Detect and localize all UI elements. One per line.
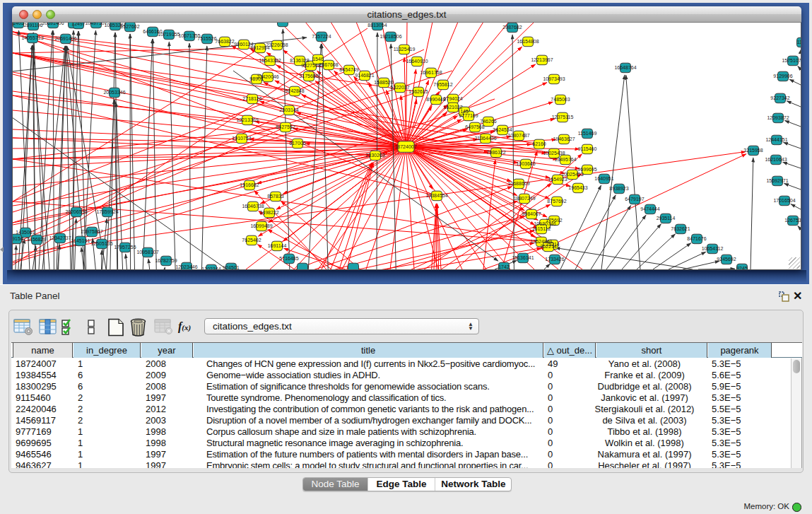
svg-text:1910754: 1910754 bbox=[232, 136, 251, 141]
svg-text:21364436: 21364436 bbox=[474, 136, 496, 141]
svg-text:5716485: 5716485 bbox=[279, 256, 298, 261]
svg-text:2867608: 2867608 bbox=[319, 62, 338, 67]
svg-text:23975867: 23975867 bbox=[81, 229, 102, 234]
svg-text:9146821: 9146821 bbox=[355, 73, 374, 78]
svg-text:62160: 62160 bbox=[532, 141, 546, 146]
svg-text:9699695: 9699695 bbox=[577, 167, 596, 172]
svg-text:9115460: 9115460 bbox=[578, 146, 597, 151]
svg-text:16154808: 16154808 bbox=[517, 39, 539, 44]
svg-text:2330203: 2330203 bbox=[365, 153, 384, 158]
svg-text:16640910: 16640910 bbox=[406, 59, 428, 64]
svg-text:19463627: 19463627 bbox=[553, 136, 575, 141]
svg-text:17359924: 17359924 bbox=[96, 209, 118, 214]
svg-text:9860124: 9860124 bbox=[234, 42, 253, 47]
svg-text:10120746: 10120746 bbox=[534, 221, 555, 226]
svg-text:12505135: 12505135 bbox=[90, 241, 112, 246]
svg-text:7663822: 7663822 bbox=[215, 39, 234, 44]
svg-text:12375115: 12375115 bbox=[552, 115, 574, 119]
svg-text:12497: 12497 bbox=[71, 23, 86, 26]
svg-text:18807249: 18807249 bbox=[513, 196, 535, 201]
svg-text:5322037: 5322037 bbox=[390, 85, 409, 90]
svg-text:12213369: 12213369 bbox=[236, 117, 258, 122]
svg-text:8136328: 8136328 bbox=[290, 58, 309, 63]
svg-text:1640951: 1640951 bbox=[594, 176, 613, 181]
svg-text:3215958: 3215958 bbox=[743, 148, 763, 153]
svg-text:15751074: 15751074 bbox=[782, 58, 801, 63]
svg-text:1156829: 1156829 bbox=[28, 237, 47, 242]
svg-text:1965433: 1965433 bbox=[568, 185, 587, 190]
svg-text:10654112: 10654112 bbox=[702, 246, 724, 251]
svg-text:9084067: 9084067 bbox=[522, 211, 541, 216]
svg-text:18724007: 18724007 bbox=[394, 144, 416, 149]
svg-text:2935114: 2935114 bbox=[657, 216, 676, 221]
svg-text:6794024: 6794024 bbox=[443, 96, 462, 101]
svg-text:17016504: 17016504 bbox=[773, 198, 795, 203]
svg-text:7625402: 7625402 bbox=[242, 238, 261, 243]
svg-text:7632621: 7632621 bbox=[671, 226, 690, 231]
svg-text:16099489: 16099489 bbox=[250, 223, 272, 228]
svg-text:16543382: 16543382 bbox=[259, 58, 281, 63]
svg-text:8427552: 8427552 bbox=[276, 124, 295, 129]
svg-text:19218506: 19218506 bbox=[379, 34, 401, 39]
svg-text:1112: 1112 bbox=[797, 40, 801, 45]
svg-text:2087682: 2087682 bbox=[502, 25, 522, 30]
svg-text:1202344: 1202344 bbox=[201, 267, 220, 269]
svg-text:1003646: 1003646 bbox=[516, 161, 535, 166]
svg-text:8938923: 8938923 bbox=[609, 186, 628, 191]
svg-text:3624534: 3624534 bbox=[493, 127, 512, 132]
svg-text:15692971: 15692971 bbox=[766, 178, 788, 183]
svg-text:10958107: 10958107 bbox=[136, 250, 158, 255]
svg-text:8757692: 8757692 bbox=[547, 199, 566, 204]
svg-text:1546: 1546 bbox=[312, 57, 324, 62]
svg-text:9827508: 9827508 bbox=[301, 63, 320, 68]
svg-text:98901: 98901 bbox=[249, 76, 264, 81]
svg-text:15136141: 15136141 bbox=[512, 255, 534, 260]
svg-text:1151469: 1151469 bbox=[578, 131, 597, 136]
svg-text:10688609: 10688609 bbox=[507, 181, 529, 186]
svg-text:10973493: 10973493 bbox=[543, 76, 565, 81]
svg-text:2891106: 2891106 bbox=[24, 23, 43, 28]
svg-text:1145191: 1145191 bbox=[71, 238, 90, 243]
svg-text:12342737: 12342737 bbox=[49, 235, 71, 240]
svg-text:9245692: 9245692 bbox=[717, 257, 736, 262]
svg-text:1405: 1405 bbox=[13, 23, 24, 25]
svg-text:20691406: 20691406 bbox=[42, 23, 64, 25]
svg-text:7955812: 7955812 bbox=[433, 82, 452, 87]
svg-text:2803144: 2803144 bbox=[279, 107, 298, 112]
svg-text:9474444: 9474444 bbox=[640, 206, 659, 211]
svg-text:23226058: 23226058 bbox=[266, 42, 288, 47]
svg-text:20691406: 20691406 bbox=[54, 36, 76, 41]
svg-text:2718126: 2718126 bbox=[242, 96, 261, 101]
svg-text:1654923: 1654923 bbox=[548, 177, 567, 182]
svg-text:3175685: 3175685 bbox=[299, 74, 318, 78]
svg-text:9245: 9245 bbox=[736, 266, 748, 269]
svg-text:10807487: 10807487 bbox=[507, 133, 529, 138]
svg-text:9777169: 9777169 bbox=[459, 113, 478, 118]
svg-text:16210643: 16210643 bbox=[765, 157, 787, 162]
svg-text:8471676: 8471676 bbox=[687, 236, 706, 241]
svg-text:857833: 857833 bbox=[267, 194, 283, 199]
svg-text:1742: 1742 bbox=[498, 264, 510, 269]
svg-text:7515526: 7515526 bbox=[197, 36, 216, 41]
svg-text:10719155: 10719155 bbox=[158, 32, 180, 37]
svg-text:1588520: 1588520 bbox=[374, 80, 393, 85]
svg-text:20053346: 20053346 bbox=[103, 90, 125, 95]
svg-text:8813054: 8813054 bbox=[367, 23, 387, 28]
svg-text:39154: 39154 bbox=[13, 236, 23, 241]
svg-text:17957255: 17957255 bbox=[114, 245, 136, 250]
svg-text:14055713: 14055713 bbox=[21, 35, 43, 40]
svg-text:924501: 924501 bbox=[223, 265, 239, 269]
svg-text:16046738: 16046738 bbox=[242, 204, 264, 209]
svg-text:12093872: 12093872 bbox=[767, 115, 789, 120]
svg-text:20206536: 20206536 bbox=[65, 209, 87, 214]
svg-text:1916682: 1916682 bbox=[240, 182, 259, 187]
svg-text:1691144: 1691144 bbox=[268, 243, 287, 248]
svg-text:13524861: 13524861 bbox=[530, 239, 552, 244]
svg-text:126753: 126753 bbox=[784, 218, 801, 223]
svg-text:1527602: 1527602 bbox=[120, 24, 139, 29]
svg-text:12213967: 12213967 bbox=[531, 57, 553, 62]
svg-text:9129906: 9129906 bbox=[773, 74, 792, 78]
svg-text:8454749: 8454749 bbox=[339, 67, 358, 72]
svg-text:11325419: 11325419 bbox=[394, 47, 416, 52]
svg-text:746266: 746266 bbox=[480, 119, 496, 124]
